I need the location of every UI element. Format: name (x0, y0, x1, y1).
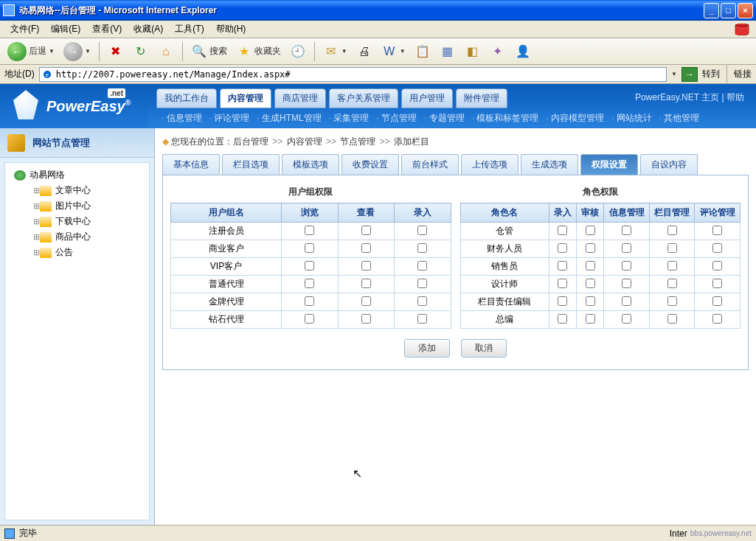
topnav-tab[interactable]: 客户关系管理 (329, 88, 398, 108)
tool-button-1[interactable]: ▦ (437, 42, 459, 61)
menu-tools[interactable]: 工具(T) (169, 21, 209, 38)
address-input[interactable] (39, 67, 667, 82)
breadcrumb-item[interactable]: 后台管理 (233, 136, 268, 147)
permission-checkbox[interactable] (305, 261, 314, 270)
tool-button-2[interactable]: ◧ (462, 42, 484, 61)
tree-root[interactable]: 动易网络 (10, 167, 145, 183)
permission-checkbox[interactable] (417, 279, 427, 288)
menu-help[interactable]: 帮助(H) (210, 21, 252, 38)
refresh-button[interactable]: ↻ (130, 42, 152, 61)
permission-checkbox[interactable] (712, 296, 722, 306)
word-edit-button[interactable]: W▼ (378, 42, 409, 61)
subnav-item[interactable]: 其他管理 (657, 112, 702, 125)
permission-checkbox[interactable] (622, 296, 631, 306)
permission-checkbox[interactable] (622, 243, 631, 253)
messenger-button[interactable]: 👤 (512, 42, 534, 61)
permission-checkbox[interactable] (667, 243, 677, 253)
permission-checkbox[interactable] (417, 226, 427, 235)
tree-item[interactable]: ⊞ 图片中心 (10, 198, 145, 214)
subnav-item[interactable]: 评论管理 (207, 112, 252, 125)
permission-checkbox[interactable] (417, 314, 427, 324)
forward-button[interactable]: →▼ (60, 41, 94, 63)
permission-checkbox[interactable] (417, 261, 427, 270)
permission-checkbox[interactable] (586, 279, 595, 288)
subnav-item[interactable]: 网站统计 (609, 112, 654, 125)
maximize-button[interactable]: □ (721, 3, 736, 18)
topnav-tab[interactable]: 用户管理 (401, 88, 453, 108)
content-tab[interactable]: 模板选项 (282, 154, 339, 175)
permission-checkbox[interactable] (712, 243, 722, 253)
permission-checkbox[interactable] (558, 261, 567, 270)
permission-checkbox[interactable] (361, 296, 371, 306)
menu-fav[interactable]: 收藏(A) (128, 21, 169, 38)
tree-item[interactable]: ⊞ 公告 (10, 245, 145, 260)
close-button[interactable]: × (738, 3, 753, 18)
subnav-item[interactable]: 专题管理 (422, 112, 467, 125)
breadcrumb-item[interactable]: 内容管理 (287, 136, 322, 147)
content-tab[interactable]: 前台样式 (401, 154, 459, 175)
mail-button[interactable]: ✉▼ (320, 42, 350, 61)
clipboard-button[interactable]: 📋 (412, 42, 434, 61)
permission-checkbox[interactable] (558, 243, 567, 253)
permission-checkbox[interactable] (305, 226, 314, 235)
permission-checkbox[interactable] (361, 261, 371, 270)
content-tab[interactable]: 权限设置 (580, 154, 638, 175)
topnav-tab[interactable]: 内容管理 (220, 88, 271, 108)
permission-checkbox[interactable] (712, 261, 722, 270)
subnav-item[interactable]: 生成HTML管理 (254, 112, 323, 125)
permission-checkbox[interactable] (361, 279, 371, 288)
permission-checkbox[interactable] (622, 279, 631, 288)
stop-button[interactable]: ✖ (105, 42, 127, 61)
menu-view[interactable]: 查看(V) (86, 21, 128, 38)
favorites-button[interactable]: ★收藏夹 (233, 42, 284, 61)
content-tab[interactable]: 收费设置 (341, 154, 399, 175)
tool-button-3[interactable]: ✦ (487, 42, 509, 61)
permission-checkbox[interactable] (361, 243, 371, 253)
permission-checkbox[interactable] (417, 296, 427, 306)
permission-checkbox[interactable] (586, 296, 595, 306)
permission-checkbox[interactable] (586, 243, 595, 253)
permission-checkbox[interactable] (417, 243, 427, 253)
permission-checkbox[interactable] (586, 226, 595, 235)
cancel-button[interactable]: 取消 (461, 339, 507, 357)
permission-checkbox[interactable] (667, 279, 677, 288)
menu-file[interactable]: 文件(F) (4, 21, 45, 38)
permission-checkbox[interactable] (667, 261, 677, 270)
permission-checkbox[interactable] (305, 314, 314, 324)
content-tab[interactable]: 生成选项 (521, 154, 578, 175)
permission-checkbox[interactable] (558, 279, 567, 288)
history-button[interactable]: 🕘 (287, 42, 309, 61)
permission-checkbox[interactable] (558, 226, 567, 235)
content-tab[interactable]: 上传选项 (461, 154, 519, 175)
address-dropdown-icon[interactable]: ▼ (671, 71, 677, 77)
permission-checkbox[interactable] (586, 314, 595, 324)
topnav-tab[interactable]: 附件管理 (456, 88, 507, 108)
topnav-tab[interactable]: 我的工作台 (156, 88, 217, 108)
permission-checkbox[interactable] (622, 226, 631, 235)
breadcrumb-item[interactable]: 节点管理 (340, 136, 375, 147)
content-tab[interactable]: 自设内容 (640, 154, 698, 175)
go-button[interactable]: → (682, 67, 698, 82)
permission-checkbox[interactable] (622, 261, 631, 270)
permission-checkbox[interactable] (712, 314, 722, 324)
minimize-button[interactable]: _ (704, 3, 719, 18)
tree-item[interactable]: ⊞ 文章中心 (10, 183, 145, 198)
topnav-tab[interactable]: 商店管理 (274, 88, 326, 108)
permission-checkbox[interactable] (712, 226, 722, 235)
permission-checkbox[interactable] (305, 296, 314, 306)
permission-checkbox[interactable] (558, 314, 567, 324)
permission-checkbox[interactable] (667, 226, 677, 235)
search-button[interactable]: 🔍搜索 (188, 42, 230, 61)
subnav-item[interactable]: 模板和标签管理 (470, 112, 541, 125)
home-button[interactable]: ⌂ (155, 42, 177, 61)
print-button[interactable]: 🖨 (353, 42, 375, 61)
permission-checkbox[interactable] (361, 226, 371, 235)
back-button[interactable]: ←后退 ▼ (4, 41, 58, 63)
menu-edit[interactable]: 编辑(E) (45, 21, 86, 38)
permission-checkbox[interactable] (305, 243, 314, 253)
permission-checkbox[interactable] (558, 296, 567, 306)
tree-item[interactable]: ⊞ 下载中心 (10, 214, 145, 229)
permission-checkbox[interactable] (667, 296, 677, 306)
tree-item[interactable]: ⊞ 商品中心 (10, 229, 145, 245)
permission-checkbox[interactable] (586, 261, 595, 270)
